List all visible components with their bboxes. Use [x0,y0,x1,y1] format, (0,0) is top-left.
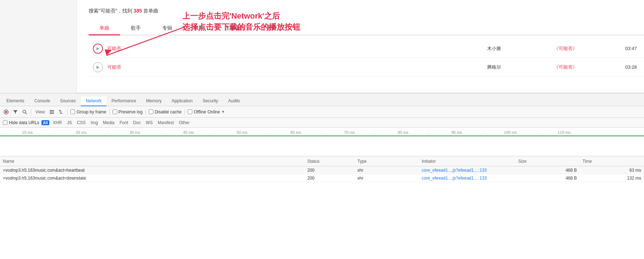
offline-checkbox[interactable] [188,109,192,114]
devtools-tab-network[interactable]: Network [81,96,106,106]
filter-manifest[interactable]: Manifest [156,120,175,126]
tab-artists[interactable]: 歌手 [120,22,152,35]
song-2-album: 《可能否》 [530,64,601,70]
tab-singles[interactable]: 单曲 [89,22,120,35]
svg-rect-8 [50,113,54,114]
ruler-mark-30ms: 30 ms [107,130,161,135]
ruler-mark-50ms: 50 ms [215,130,268,135]
devtools-tab-memory[interactable]: Memory [141,96,167,106]
row-2-status: 200 [304,176,355,181]
song-row-2: ▶ 可能否 腾格尔 《可能否》 03:28 [89,58,644,77]
list-view-icon[interactable] [49,109,55,115]
devtools-panel: Elements Console Sources Network Perform… [0,93,644,259]
play-icon-1[interactable]: ▶ [93,44,103,54]
green-timeline-line [0,136,644,136]
filter-icon[interactable] [12,109,19,115]
filter-media[interactable]: Media [101,120,116,126]
filter-xhr[interactable]: XHR [51,120,63,126]
devtools-tab-console[interactable]: Console [29,96,55,106]
disable-cache-checkbox[interactable]: Disable cache [149,109,182,114]
devtools-tab-security[interactable]: Security [198,96,223,106]
devtools-tab-bar: Elements Console Sources Network Perform… [0,93,644,106]
col-header-initiator[interactable]: Initiator [419,159,515,164]
row-2-size: 468 B [515,176,580,181]
group-by-frame-checkbox[interactable]: Group by frame [70,109,106,114]
col-header-time[interactable]: Time [580,159,644,164]
col-header-size[interactable]: Size [515,159,580,164]
ruler-mark-40ms: 40 ms [161,130,215,135]
devtools-tab-audits[interactable]: Audits [223,96,245,106]
offline-group: Offline Online ▼ [188,109,225,114]
devtools-tab-elements[interactable]: Elements [1,96,29,106]
network-throttle-dropdown-icon[interactable]: ▼ [221,110,225,114]
song-1-artist: 木小雅 [458,45,530,52]
separator-2 [67,109,68,115]
song-2-play-button[interactable]: ▶ [89,62,107,72]
row-1-size: 468 B [515,168,580,173]
separator-1 [31,109,31,115]
filter-ws[interactable]: WS [144,120,154,126]
search-icon[interactable] [21,109,28,115]
timeline-bar: 10 ms 20 ms 30 ms 40 ms 50 ms 60 ms 70 m… [0,128,644,156]
record-icon[interactable] [3,109,9,115]
svg-rect-6 [50,110,54,111]
filter-font[interactable]: Font [118,120,130,126]
svg-rect-10 [60,112,61,112]
preserve-log-checkbox[interactable]: Preserve log [113,109,143,114]
song-1-play-button[interactable]: ▶ [89,44,107,54]
network-requests-table[interactable]: Name Status Type Initiator Size Time =vo… [0,156,644,259]
search-result-text: 搜索"可能否"，找到 385 首单曲 [89,8,158,14]
ruler-mark-80ms: 80 ms [376,130,429,135]
col-header-type[interactable]: Type [355,159,419,164]
table-header-row: Name Status Type Initiator Size Time [0,156,644,166]
separator-5 [184,109,185,115]
ruler-mark-100ms: 100 ms [483,130,537,135]
tab-albums[interactable]: 专辑 [152,22,183,35]
row-2-type: xhr [355,176,419,181]
ruler-mark-20ms: 20 ms [54,130,107,135]
col-header-status[interactable]: Status [304,159,355,164]
filter-other[interactable]: Other [178,120,191,126]
row-2-initiator: core_efeead1....js?efeead1....:133 [419,176,515,181]
svg-rect-11 [60,113,62,114]
timeline-ruler: 10 ms 20 ms 30 ms 40 ms 50 ms 60 ms 70 m… [0,128,644,136]
song-row-1: ▶ 可能否 木小雅 《可能否》 03:47 [89,39,644,58]
row-1-name: =vodmp3.h5.163music.com&act=heartbeat [0,168,304,173]
row-1-type: xhr [355,168,419,173]
table-row[interactable]: =vodmp3.h5.163music.com&act=heartbeat 20… [0,166,644,174]
ruler-mark-110ms: 110 ms [537,130,590,135]
song-2-name: 可能否 [107,64,458,70]
row-1-status: 200 [304,168,355,173]
song-2-artist: 腾格尔 [458,64,530,70]
svg-point-4 [23,110,26,113]
filter-all[interactable]: All [41,120,49,125]
row-2-time: 132 ms [580,176,644,181]
col-header-name[interactable]: Name [0,159,304,164]
devtools-tab-application[interactable]: Application [167,96,198,106]
view-label: View: [35,109,46,114]
row-2-name: =vodmp3.h5.163music.com&act=downstate [0,176,304,181]
ruler-mark-70ms: 70 ms [322,130,376,135]
song-2-duration: 03:28 [601,64,644,70]
devtools-tab-sources[interactable]: Sources [55,96,81,106]
annotation-text: 上一步点击完'Network'之后 选择点击要下载的音乐的播放按钮 [182,11,300,33]
filter-bar: Hide data URLs All XHR JS CSS Img Media … [0,118,644,128]
waterfall-view-icon[interactable] [58,109,64,115]
song-1-duration: 03:47 [601,46,644,51]
devtools-tab-performance[interactable]: Performance [106,96,141,106]
hide-data-urls-checkbox[interactable]: Hide data URLs [3,120,39,125]
filter-css[interactable]: CSS [75,120,87,126]
filter-img[interactable]: Img [89,120,99,126]
svg-rect-9 [59,110,61,111]
left-sidebar-panel [0,0,77,93]
filter-js[interactable]: JS [65,120,73,126]
music-tab-bar: 单曲 歌手 专辑 歌单 主播电台 用户 [89,20,644,35]
svg-line-5 [25,113,27,114]
row-1-initiator: core_efeead1....js?efeead1....:133 [419,168,515,173]
svg-rect-7 [50,112,54,112]
ruler-mark-60ms: 60 ms [268,130,322,135]
filter-doc[interactable]: Doc [132,120,142,126]
play-icon-2[interactable]: ▶ [93,62,103,72]
separator-3 [109,109,110,115]
table-row[interactable]: =vodmp3.h5.163music.com&act=downstate 20… [0,174,644,182]
